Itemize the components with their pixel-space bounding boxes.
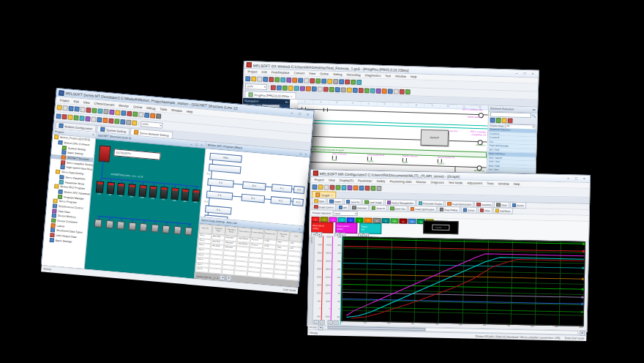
mt-toolbar-icon[interactable] [144, 113, 150, 119]
gx-zoom-dropdown[interactable]: 100%▾ [245, 83, 267, 90]
ladder-cell[interactable]: Start command X101 [332, 153, 366, 163]
graph-tool-button[interactable]: Scale Optimization [408, 206, 436, 212]
mr-toolbar-icon[interactable] [323, 184, 329, 190]
gx-toolbar-icon[interactable] [376, 88, 381, 93]
graph-tool-button[interactable]: Cursor [460, 207, 476, 214]
graph-tool-button[interactable]: Zoom In [370, 205, 387, 212]
gx-toolbar-icon[interactable] [271, 85, 276, 90]
element-toolbar-icon[interactable] [508, 118, 513, 123]
gx-menu-item[interactable]: Recording [344, 72, 362, 77]
graph-tool-button[interactable]: Gray Display [438, 206, 460, 213]
gx-toolbar-icon[interactable] [304, 78, 309, 83]
mt-menu-item[interactable]: Edit [71, 99, 81, 103]
sfc-step-box[interactable]: G 0 [242, 182, 266, 191]
mt-toolbar-icon[interactable] [86, 108, 91, 113]
mt-toolbar-icon[interactable] [91, 108, 97, 113]
gx-toolbar-icon[interactable] [341, 87, 346, 92]
contact-symbol[interactable] [323, 108, 328, 111]
mr-menu-item[interactable]: Display(S) [337, 179, 356, 183]
mt-menu-item[interactable]: Monitor [116, 103, 131, 108]
gx-toolbar-icon[interactable] [329, 86, 334, 91]
gx-toolbar-icon[interactable] [364, 88, 370, 93]
gx-toolbar-icon[interactable] [327, 78, 332, 83]
gx-menu-item[interactable]: Diagnostics [363, 73, 383, 78]
channel-chip[interactable]: 11 [399, 219, 407, 224]
mr-menu-item[interactable]: Monitor [413, 180, 428, 184]
gx-toolbar-icon[interactable] [351, 79, 356, 84]
mr-toolbar-icon[interactable] [353, 185, 358, 190]
sfc-step-box[interactable]: K 0 [293, 186, 305, 194]
mr-toolbar-icon[interactable] [364, 186, 370, 191]
gx-toolbar-icon[interactable] [405, 89, 411, 94]
gx-menu-item[interactable]: Find/Replace [269, 70, 292, 75]
sfc-step-box[interactable]: F 4 [205, 205, 232, 214]
mr-menu-item[interactable]: Parameter [356, 179, 375, 183]
mt-toolbar-icon[interactable] [67, 115, 73, 121]
mt-menu-item[interactable]: Project [57, 98, 71, 103]
gx-toolbar-icon[interactable] [277, 85, 282, 90]
mr-menu-item[interactable]: Project [312, 178, 326, 182]
mr-toolbar-icon[interactable] [329, 185, 334, 190]
mr-toolbar-icon[interactable] [335, 185, 340, 190]
servo-amplifier[interactable]: d08 [171, 184, 179, 202]
mt-toolbar-icon[interactable] [74, 106, 80, 112]
mr-tab-graph[interactable]: Graph × [312, 191, 337, 198]
gx-minimize-button[interactable]: – [514, 72, 520, 75]
graph-tool-button[interactable]: Add Block [493, 207, 512, 214]
mr-menu-item[interactable]: Safety [375, 179, 388, 183]
servo-amplifier[interactable]: d07 [160, 184, 168, 201]
graph-tool-button[interactable]: Clear [477, 207, 492, 214]
gx-toolbar-icon[interactable] [353, 87, 358, 92]
mr-menu-item[interactable]: Tools [484, 182, 496, 185]
servo-amplifier[interactable]: d09 [181, 186, 190, 203]
close-icon[interactable]: × [534, 108, 536, 111]
servo-amplifier[interactable]: d10 [192, 187, 201, 204]
servo-motor[interactable] [128, 219, 136, 231]
mr-menu-item[interactable]: View [326, 178, 337, 182]
mt-toolbar-icon[interactable] [102, 118, 108, 124]
element-toolbar-icon[interactable] [490, 117, 495, 122]
gx-toolbar-icon[interactable] [300, 86, 305, 91]
gx-toolbar-icon[interactable] [251, 76, 256, 81]
sfc-canvas[interactable]: F-1 G-2 Main [200, 149, 310, 225]
gx-menu-item[interactable]: Help [408, 75, 419, 78]
gx-menu-item[interactable]: Convert [291, 71, 307, 75]
mt-menu-item[interactable]: Tools [157, 107, 169, 111]
close-icon[interactable]: × [92, 133, 94, 137]
sfc-step-box[interactable]: F 3 [292, 198, 304, 206]
gx-toolbar-icon[interactable] [323, 86, 329, 91]
axis-spin[interactable]: ▲ [328, 321, 333, 325]
sfc-step-box[interactable]: K 1 [270, 196, 291, 205]
gx-toolbar-icon[interactable] [315, 78, 321, 83]
mr-toolbar-icon[interactable] [318, 184, 323, 190]
gx-toolbar-icon[interactable] [312, 86, 317, 91]
sfc-step-box[interactable]: G 1 [241, 194, 265, 203]
gx-maximize-button[interactable]: □ [522, 72, 528, 75]
sfc-step-box[interactable]: Main [209, 153, 242, 163]
next-axis-button[interactable]: ▶ [226, 275, 232, 281]
mt-toolbar-icon[interactable] [56, 105, 62, 111]
sfc-step-box[interactable]: F 1 [272, 184, 293, 192]
mt-minimize-button[interactable]: – [288, 111, 295, 115]
mt-toolbar-icon[interactable] [108, 118, 114, 124]
gx-menu-item[interactable]: Online [318, 72, 331, 76]
mr-maximize-button[interactable]: □ [573, 177, 580, 181]
servo-motor[interactable] [162, 222, 170, 233]
servo-motor[interactable] [173, 223, 181, 235]
mt-toolbar-icon[interactable] [103, 109, 109, 115]
mt-zoom-dropdown[interactable]: 100%▾ [141, 121, 163, 129]
channel-chip[interactable]: 10 [390, 218, 398, 223]
gx-toolbar-icon[interactable] [400, 89, 405, 94]
gx-toolbar-icon[interactable] [288, 85, 293, 90]
gx-menu-item[interactable]: Tool [383, 74, 393, 78]
graph-tool-button[interactable]: MR [336, 204, 349, 211]
mt-toolbar-icon[interactable] [138, 112, 144, 118]
gx-toolbar-icon[interactable] [333, 78, 338, 83]
sfc-step-box[interactable]: F 2 [206, 190, 233, 200]
servo-amplifier[interactable]: d06 [149, 183, 157, 201]
gx-toolbar-icon[interactable] [339, 79, 344, 84]
mt-toolbar-icon[interactable] [120, 119, 126, 125]
mr-menu-item[interactable]: Adjustment [465, 181, 484, 185]
gx-toolbar-icon[interactable] [245, 76, 250, 81]
mr-menu-item[interactable]: Diagnosis [428, 180, 446, 184]
